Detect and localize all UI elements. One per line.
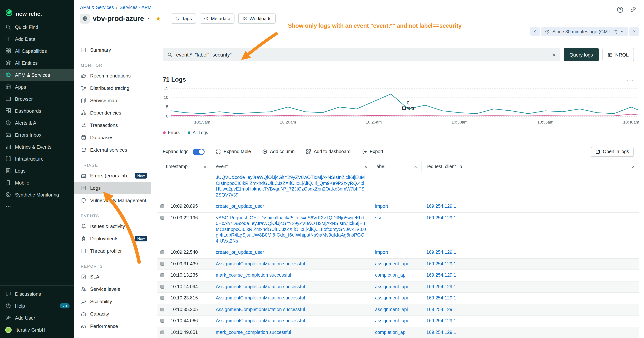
table-row[interactable]: 10:10:49.051mark_course_completion succe… — [158, 327, 639, 338]
log-request-client-ip-link[interactable]: 169.254.129.1 — [422, 281, 639, 292]
sidebar-item-distributed-tracing[interactable]: Distributed tracing — [74, 82, 151, 94]
sidebar-item-transactions[interactable]: Transactions — [74, 119, 151, 131]
row-expand-icon[interactable] — [160, 296, 164, 300]
row-expand-icon[interactable] — [160, 330, 164, 334]
table-row[interactable]: 10:09:22.196<ASGIRequest: GET '/sso/call… — [158, 212, 639, 247]
sidebar-item-deployments[interactable]: DeploymentsNew — [74, 232, 151, 245]
breadcrumb-services-apm[interactable]: Services - APM — [120, 5, 152, 10]
log-event-link[interactable]: create_or_update_user — [211, 201, 372, 212]
log-event-link[interactable]: mark_course_completion successful — [211, 270, 372, 281]
time-forward-button[interactable] — [630, 27, 639, 36]
legend-item-all-logs[interactable]: All Logs — [188, 130, 208, 135]
add-column-button[interactable]: Add column — [262, 149, 295, 154]
table-row[interactable]: 10:10:44.066AssignmentCompletionMutation… — [158, 315, 639, 327]
log-label-link[interactable] — [372, 172, 422, 201]
log-request-client-ip-link[interactable]: 169.254.129.1 — [422, 293, 639, 304]
log-request-client-ip-link[interactable]: 169.254.129.1 — [422, 212, 639, 247]
new-relic-logo[interactable]: new relic. — [0, 0, 74, 21]
sidebar-item-add-data[interactable]: Add Data — [0, 33, 74, 45]
log-label-link[interactable]: sso — [372, 212, 422, 247]
sidebar-item-external-services[interactable]: External services — [74, 144, 151, 156]
sidebar-item-performance[interactable]: Performance — [74, 320, 151, 332]
log-label-link[interactable]: assignment_api — [372, 315, 422, 326]
sidebar-item-errors-inbox[interactable]: Errors Inbox — [0, 129, 74, 141]
log-request-client-ip-link[interactable]: 169.254.129.1 — [422, 201, 639, 212]
sidebar-item-scalability[interactable]: Scalability — [74, 295, 151, 308]
sidebar-item-service-levels[interactable]: Service levels — [74, 283, 151, 295]
sidebar-item-more[interactable] — [0, 201, 74, 213]
column-header-label[interactable]: label× — [372, 161, 422, 172]
sidebar-item-service-map[interactable]: Service map — [74, 94, 151, 107]
metadata-button[interactable]: Metadata — [200, 14, 234, 24]
row-expand-icon[interactable] — [160, 250, 164, 254]
log-label-link[interactable]: assignment_api — [372, 281, 422, 292]
time-range-button[interactable]: Since 30 minutes ago (GMT+2) — [541, 27, 628, 36]
row-expand-icon[interactable] — [160, 319, 164, 323]
tags-button[interactable]: Tags — [171, 14, 196, 24]
sidebar-item-recommendations[interactable]: Recommendations — [74, 70, 151, 82]
sidebar-item-add-user[interactable]: Add User — [0, 312, 74, 324]
remove-column-request-client-ip-icon[interactable]: × — [632, 164, 639, 169]
row-expand-icon[interactable] — [160, 285, 164, 288]
log-label-link[interactable]: completion_api — [372, 327, 422, 338]
remove-column-timestamp-icon[interactable]: × — [204, 164, 211, 169]
sidebar-item-logs[interactable]: Logs — [0, 165, 74, 177]
log-label-link[interactable]: import — [372, 247, 422, 258]
log-event-link[interactable]: JUQVU&code=eyJraWQiOiJjcGltY29yZV8wOTIxM… — [211, 172, 372, 201]
sidebar-item-issues-activity[interactable]: Issues & activity — [74, 220, 151, 232]
sidebar-item-synthetic-monitoring[interactable]: Synthetic Monitoring — [0, 189, 74, 201]
log-event-link[interactable]: mark_course_completion successful — [211, 327, 372, 338]
sidebar-item-dashboards[interactable]: Dashboards — [0, 105, 74, 117]
row-expand-icon[interactable] — [160, 216, 164, 219]
log-label-link[interactable]: assignment_api — [372, 258, 422, 269]
sidebar-item-vulnerability-management[interactable]: Vulnerability Management — [74, 194, 151, 207]
sidebar-item-account[interactable]: Iterativ GmbH — [0, 324, 74, 336]
row-expand-icon[interactable] — [160, 204, 164, 208]
log-request-client-ip-link[interactable] — [422, 172, 639, 201]
toggle-on-icon[interactable] — [192, 148, 204, 155]
nrql-button[interactable]: NRQL — [602, 48, 634, 61]
log-event-link[interactable]: AssignmentCompletionMutation successful — [211, 304, 372, 315]
sidebar-item-all-entities[interactable]: All Entities — [0, 57, 74, 69]
sidebar-item-thread-profiler[interactable]: Thread profiler — [74, 245, 151, 257]
sidebar-item-all-capabilities[interactable]: All Capabilities — [0, 45, 74, 57]
log-request-client-ip-link[interactable]: 169.254.129.1 — [422, 315, 639, 326]
log-label-link[interactable]: import — [372, 201, 422, 212]
log-request-client-ip-link[interactable]: 169.254.129.1 — [422, 304, 639, 315]
log-label-link[interactable]: completion_api — [372, 270, 422, 281]
sidebar-item-dependencies[interactable]: Dependencies — [74, 107, 151, 119]
log-event-link[interactable]: AssignmentCompletionMutation successful — [211, 293, 372, 304]
sidebar-item-capacity[interactable]: Capacity — [74, 308, 151, 320]
log-event-link[interactable]: AssignmentCompletionMutation successful — [211, 281, 372, 292]
log-label-link[interactable]: assignment_api — [372, 293, 422, 304]
sidebar-item-logs[interactable]: Logs — [74, 182, 151, 194]
column-header-request-client-ip[interactable]: request_client_ip× — [422, 161, 639, 172]
row-expand-icon[interactable] — [160, 273, 164, 277]
workloads-button[interactable]: Workloads — [238, 14, 276, 24]
sidebar-item-browser[interactable]: Browser — [0, 93, 74, 105]
sidebar-item-apm-services[interactable]: APM & Services — [0, 69, 74, 81]
log-request-client-ip-link[interactable]: 169.254.129.1 — [422, 270, 639, 281]
table-row[interactable]: 10:10:35.305AssignmentCompletionMutation… — [158, 304, 639, 315]
sidebar-item-summary[interactable]: Summary — [74, 44, 151, 56]
time-back-button[interactable] — [530, 27, 540, 36]
column-header-event[interactable]: event× — [211, 161, 372, 172]
favorite-star-icon[interactable]: ★ — [156, 15, 161, 23]
log-request-client-ip-link[interactable]: 169.254.129.1 — [422, 247, 639, 258]
add-to-dashboard-button[interactable]: Add to dashboard — [306, 149, 350, 154]
sidebar-item-errors-errors-inb[interactable]: Errors (errors inb...New — [74, 170, 151, 182]
table-row[interactable]: JUQVU&code=eyJraWQiOiJjcGltY29yZV8wOTIxM… — [158, 172, 639, 201]
log-query-input[interactable] — [176, 52, 548, 58]
row-expand-icon[interactable] — [160, 307, 164, 311]
table-row[interactable]: 10:10:23.815AssignmentCompletionMutation… — [158, 293, 639, 304]
help-circle-icon[interactable] — [616, 6, 624, 14]
column-header-timestamp[interactable]: timestamp× — [158, 161, 211, 172]
log-event-link[interactable]: create_or_update_user — [211, 247, 372, 258]
sidebar-item-sla[interactable]: SLA — [74, 271, 151, 283]
log-label-link[interactable]: assignment_api — [372, 304, 422, 315]
sidebar-item-mobile[interactable]: Mobile — [0, 177, 74, 189]
sidebar-item-alerts-ai[interactable]: Alerts & AI — [0, 117, 74, 129]
table-row[interactable]: 10:09:20.895create_or_update_userimport1… — [158, 201, 639, 212]
log-event-link[interactable]: <ASGIRequest: GET '/sso/callback/?state=… — [211, 212, 372, 247]
export-button[interactable]: Export — [362, 149, 383, 154]
